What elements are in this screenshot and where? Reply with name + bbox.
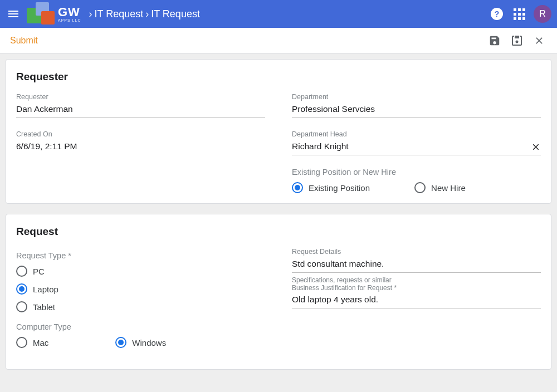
- field-label: Request Type *: [16, 251, 265, 260]
- field-label: Department Head: [292, 130, 541, 138]
- department-field[interactable]: Department Professional Servcies: [292, 93, 541, 118]
- field-label: Created On: [16, 130, 265, 138]
- radio-label: Mac: [33, 338, 48, 347]
- radio-windows[interactable]: Windows: [115, 337, 166, 348]
- field-label: Department: [292, 93, 541, 101]
- field-value: Dan Ackerman: [16, 103, 265, 118]
- helper-text: Specifications, requests or similar: [292, 276, 541, 284]
- chevron-right-icon: ›: [145, 8, 149, 20]
- request-details-field[interactable]: Request Details Std consultant machine.: [292, 248, 541, 273]
- app-logo: [27, 2, 56, 26]
- radio-icon: [414, 182, 426, 193]
- svg-point-0: [516, 40, 519, 43]
- radio-label: PC: [33, 267, 45, 276]
- submit-button[interactable]: Submit: [7, 33, 41, 48]
- radio-new-hire[interactable]: New Hire: [414, 182, 466, 193]
- radio-label: Tablet: [33, 302, 55, 312]
- requester-card: Requester Requester Dan Ackerman Created…: [6, 59, 551, 204]
- radio-icon: [16, 337, 27, 348]
- request-card: Request Request Type * PC Laptop Tablet …: [6, 214, 551, 370]
- justification-field[interactable]: Old laptop 4 years old.: [292, 292, 541, 308]
- save-icon: [488, 35, 501, 47]
- radio-tablet[interactable]: Tablet: [16, 301, 265, 312]
- radio-icon: [115, 337, 126, 348]
- field-value: Std consultant machine.: [292, 258, 541, 273]
- close-icon: [534, 35, 545, 46]
- card-title: Requester: [16, 71, 541, 83]
- card-title: Request: [16, 226, 541, 238]
- chevron-right-icon: ›: [89, 8, 92, 20]
- breadcrumb: › IT Request › IT Request: [84, 8, 199, 20]
- avatar[interactable]: R: [534, 5, 551, 23]
- menu-button[interactable]: [0, 11, 27, 17]
- save-as-icon: [510, 34, 524, 47]
- grid-icon: [514, 8, 525, 20]
- field-label: Existing Position or New Hire: [292, 168, 541, 177]
- hamburger-icon: [8, 11, 18, 17]
- brand-name: GW: [58, 6, 81, 18]
- app-bar: GW APPS LLC › IT Request › IT Request ? …: [0, 0, 557, 28]
- field-label: Request Details: [292, 248, 541, 256]
- radio-label: Windows: [132, 338, 166, 347]
- radio-label: Existing Position: [309, 183, 370, 193]
- field-value: Richard Knight: [292, 140, 541, 155]
- radio-label: New Hire: [431, 183, 466, 193]
- radio-mac[interactable]: Mac: [16, 337, 48, 348]
- brand-text: GW APPS LLC: [57, 6, 84, 22]
- position-type-group: Existing Position or New Hire Existing P…: [292, 168, 541, 193]
- radio-icon: [16, 301, 27, 312]
- breadcrumb-item[interactable]: IT Request: [94, 8, 143, 20]
- field-label: Computer Type: [16, 322, 265, 331]
- radio-label: Laptop: [33, 285, 58, 294]
- clear-button[interactable]: [531, 142, 541, 152]
- radio-icon: [16, 283, 27, 295]
- breadcrumb-item[interactable]: IT Request: [151, 8, 200, 20]
- save-as-button[interactable]: [506, 30, 528, 52]
- action-bar: Submit: [0, 28, 557, 53]
- help-button[interactable]: ?: [486, 3, 508, 25]
- field-label: Requester: [16, 93, 265, 101]
- brand-subtitle: APPS LLC: [58, 18, 81, 22]
- close-button[interactable]: [528, 30, 550, 52]
- requester-field[interactable]: Requester Dan Ackerman: [16, 93, 265, 118]
- field-value: Old laptop 4 years old.: [292, 292, 541, 308]
- radio-icon: [16, 266, 27, 277]
- radio-icon: [292, 182, 303, 193]
- help-icon: ?: [491, 8, 503, 20]
- created-on-field: Created On 6/6/19, 2:11 PM: [16, 130, 265, 155]
- save-button[interactable]: [483, 30, 506, 52]
- field-value: 6/6/19, 2:11 PM: [16, 140, 265, 155]
- field-value: Professional Servcies: [292, 103, 541, 118]
- avatar-initial: R: [539, 9, 546, 19]
- field-label: Business Justification for Request *: [292, 284, 541, 292]
- radio-existing-position[interactable]: Existing Position: [292, 182, 370, 193]
- radio-pc[interactable]: PC: [16, 266, 265, 277]
- apps-button[interactable]: [508, 3, 530, 25]
- close-icon: [531, 142, 541, 152]
- radio-laptop[interactable]: Laptop: [16, 283, 265, 295]
- department-head-field[interactable]: Department Head Richard Knight: [292, 130, 541, 155]
